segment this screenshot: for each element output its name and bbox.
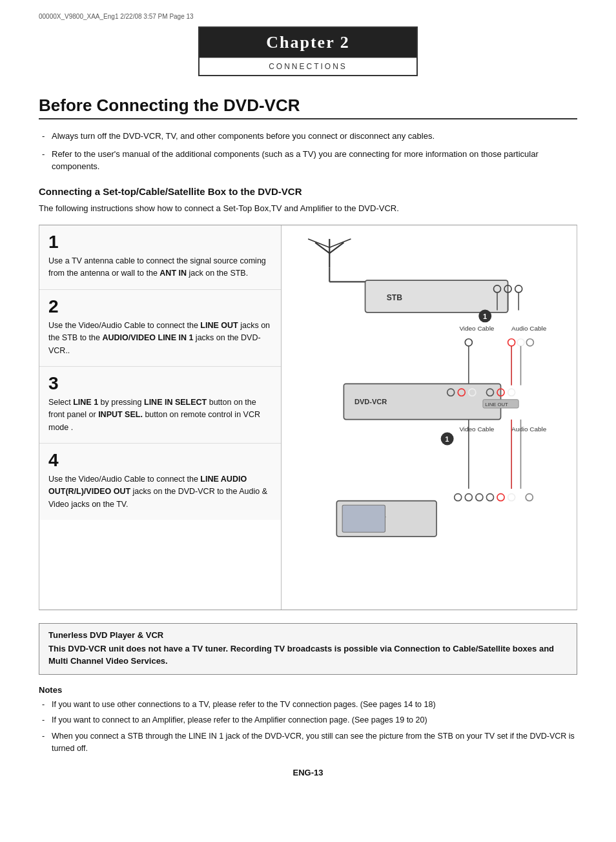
svg-point-44 [476,494,483,501]
step-2-box: 2 Use the Video/Audio Cable to connect t… [39,290,281,367]
svg-point-45 [486,494,493,501]
main-title: Before Connecting the DVD-VCR [39,96,577,119]
step-1-number: 1 [48,233,272,251]
svg-text:Video Cable: Video Cable [459,325,494,332]
svg-point-43 [465,494,472,501]
svg-rect-51 [342,505,385,532]
svg-text:Audio Cable: Audio Cable [511,426,547,433]
note-item-1: If you want to use other connections to … [39,699,577,711]
note-item-3: When you connect a STB through the LINE … [39,730,577,755]
note-box-text: This DVD-VCR unit does not have a TV tun… [48,642,568,668]
svg-text:Audio Cable: Audio Cable [511,325,547,332]
step-4-box: 4 Use the Video/Audio Cable to connect t… [39,444,281,520]
svg-point-48 [526,494,533,501]
step-2-number: 2 [48,298,272,316]
chapter-subtitle: CONNECTIONS [200,57,416,75]
chapter-header: Chapter 2 CONNECTIONS [198,26,418,76]
notes-list: If you want to use other connections to … [39,699,577,755]
stb-label: STB [386,293,402,302]
notes-title: Notes [39,685,577,695]
svg-line-4 [329,239,351,247]
step-4-text: Use the Video/Audio Cable to connect the… [48,473,272,511]
svg-point-42 [454,494,461,501]
steps-column: 1 Use a TV antenna cable to connect the … [39,225,281,610]
connection-diagram: STB 1 Video Cable Audio Cable [294,232,565,603]
step-3-box: 3 Select LINE 1 by pressing LINE IN SELE… [39,367,281,444]
svg-line-3 [308,239,329,247]
intro-text: The following instructions show how to c… [39,202,577,215]
steps-diagram-container: 1 Use a TV antenna cable to connect the … [39,225,577,610]
svg-point-10 [515,285,522,293]
svg-point-20 [517,339,524,346]
page-number: ENG-13 [39,768,577,777]
note-box: Tunerless DVD Player & VCR This DVD-VCR … [39,623,577,675]
intro-bullet-list: Always turn off the DVD-VCR, TV, and oth… [39,130,577,173]
chapter-title: Chapter 2 [200,28,416,57]
svg-point-32 [508,389,515,396]
bullet-item-1: Always turn off the DVD-VCR, TV, and oth… [39,130,577,143]
diagram-column: STB 1 Video Cable Audio Cable [281,225,577,610]
svg-text:1: 1 [445,435,449,443]
svg-point-21 [526,339,533,346]
svg-text:LINE OUT: LINE OUT [485,402,508,407]
svg-point-47 [508,494,515,501]
note-item-2: If you want to connect to an Amplifier, … [39,714,577,726]
file-info: 00000X_V9800_XAA_Eng1 2/22/08 3:57 PM Pa… [39,13,577,20]
svg-point-19 [508,339,515,346]
svg-text:Video Cable: Video Cable [459,426,494,433]
svg-point-18 [465,339,472,346]
sub-section-title: Connecting a Set-top/Cable/Satellite Box… [39,186,577,197]
svg-text:1: 1 [483,313,487,320]
step-4-number: 4 [48,451,272,469]
step-1-box: 1 Use a TV antenna cable to connect the … [39,225,281,290]
step-1-text: Use a TV antenna cable to connect the si… [48,255,272,280]
note-box-title: Tunerless DVD Player & VCR [48,630,568,640]
step-2-text: Use the Video/Audio Cable to connect the… [48,320,272,357]
step-3-text: Select LINE 1 by pressing LINE IN SELECT… [48,396,272,434]
svg-text:DVD-VCR: DVD-VCR [354,398,387,406]
svg-point-46 [497,494,504,501]
step-3-number: 3 [48,375,272,393]
bullet-item-2: Refer to the user's manual of the additi… [39,148,577,173]
